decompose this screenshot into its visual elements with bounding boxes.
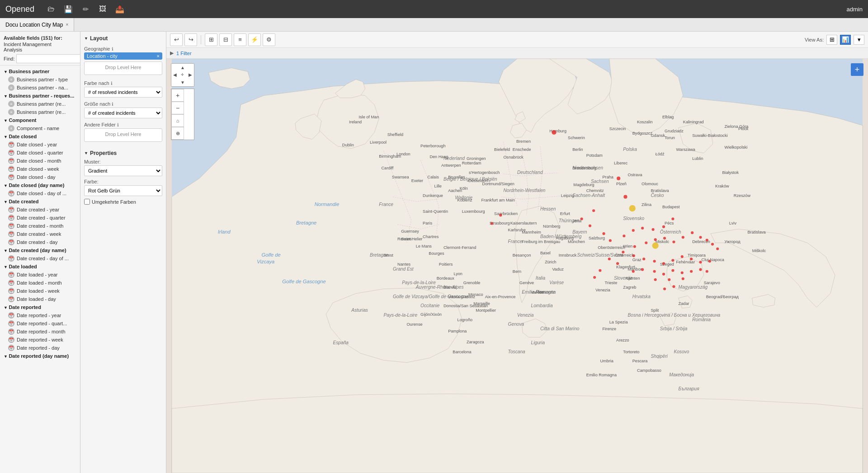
group-business-partner[interactable]: Business partner <box>0 67 80 75</box>
drop-level-zone[interactable]: Drop Level Here <box>84 61 162 75</box>
svg-point-209 <box>602 232 605 235</box>
nav-left[interactable]: ◀ <box>171 71 179 79</box>
group-dr-dayname[interactable]: Date reported (day name) <box>0 352 80 360</box>
grosse-info-icon[interactable]: ℹ <box>112 102 113 107</box>
zoom-home-button[interactable]: ⌂ <box>171 114 184 127</box>
geographie-info-icon[interactable]: ℹ <box>112 47 113 52</box>
field-dr-month[interactable]: 📅Date reported - month <box>0 328 80 336</box>
svg-text:Biarritz: Biarritz <box>443 285 457 290</box>
find-input[interactable] <box>16 54 80 63</box>
field-dcr-week[interactable]: 📅Date created - week <box>0 230 80 238</box>
field-dl-month[interactable]: 📅Date loaded - month <box>0 279 80 287</box>
group-bp-reques[interactable]: Business partner - reques... <box>0 92 80 100</box>
svg-text:Citta di San Marino: Citta di San Marino <box>540 326 580 331</box>
map-container[interactable]: France Deutschland Niedersachsen Nordrhe… <box>166 59 868 473</box>
field-dl-day[interactable]: 📅Date loaded - day <box>0 295 80 303</box>
field-dl-week[interactable]: 📅Date loaded - week <box>0 287 80 295</box>
svg-point-213 <box>641 227 644 229</box>
zoom-controls: + − ⌂ ⊕ <box>171 89 194 140</box>
nav-down[interactable]: ▼ <box>179 79 187 86</box>
svg-point-206 <box>589 225 591 227</box>
image-icon[interactable]: 🖼 <box>98 4 108 14</box>
svg-text:Klagenfurt: Klagenfurt <box>616 265 635 269</box>
folder-open-icon[interactable]: 🗁 <box>46 4 56 14</box>
field-dcr-quarter[interactable]: 📅Date created - quarter <box>0 214 80 222</box>
svg-text:Wielkopolski: Wielkopolski <box>725 145 748 150</box>
undo-button[interactable]: ↩ <box>170 33 183 46</box>
svg-text:Italia: Italia <box>536 276 546 281</box>
group-dc-dayname[interactable]: Date closed (day name) <box>0 181 80 189</box>
field-dr-week[interactable]: 📅Date reported - week <box>0 336 80 344</box>
field-bp-type[interactable]: ≡Business partner - type <box>0 75 80 84</box>
field-icon: 📅 <box>8 312 14 318</box>
field-dc-week[interactable]: 📅Date closed - week <box>0 165 80 173</box>
edit-icon[interactable]: ✏ <box>80 4 90 14</box>
chip-close[interactable]: × <box>157 53 160 59</box>
umgekehrte-checkbox[interactable] <box>84 199 90 205</box>
location-city-chip[interactable]: Location - city × <box>84 52 162 60</box>
svg-text:Genova: Genova <box>508 322 524 327</box>
grosse-nach-dropdown[interactable]: # of created incidents <box>84 108 162 118</box>
nav-right[interactable]: ▶ <box>186 71 194 79</box>
farbe-nach-dropdown[interactable]: # of resolved incidents <box>84 87 162 98</box>
group-date-created[interactable]: Date created <box>0 197 80 206</box>
field-bp-re1[interactable]: ≡Business partner (re... <box>0 100 80 108</box>
field-component-name[interactable]: ≡Component - name <box>0 124 80 132</box>
export-icon[interactable]: 📤 <box>115 4 125 14</box>
svg-text:Schwerin: Schwerin <box>568 136 585 140</box>
field-bp-name[interactable]: ≡Business partner - na... <box>0 84 80 92</box>
field-dc-quarter[interactable]: 📅Date closed - quarter <box>0 149 80 157</box>
settings-button[interactable]: ⚙ <box>263 33 275 46</box>
field-dr-quarter[interactable]: 📅Date reported - quart... <box>0 319 80 328</box>
andere-felder-label: Andere Felder ℹ <box>84 122 162 127</box>
group-date-loaded[interactable]: Date loaded <box>0 262 80 271</box>
group-dcr-dayname[interactable]: Date created (day name) <box>0 246 80 254</box>
zoom-zoom-button[interactable]: ⊕ <box>171 127 184 140</box>
pivot-button[interactable]: ⊟ <box>219 33 232 46</box>
field-dr-day[interactable]: 📅Date reported - day <box>0 344 80 352</box>
field-dc-month[interactable]: 📅Date closed - month <box>0 157 80 165</box>
group-date-reported[interactable]: Date reported <box>0 303 80 311</box>
field-bp-re2[interactable]: ≡Business partner (re... <box>0 108 80 116</box>
group-date-closed[interactable]: Date closed <box>0 132 80 140</box>
map-add-button[interactable]: + <box>851 63 863 76</box>
view-table-button[interactable]: ⊞ <box>826 35 837 45</box>
table-view-button[interactable]: ⊞ <box>205 33 217 46</box>
field-dc-year[interactable]: 📅Date closed - year <box>0 140 80 149</box>
svg-text:Bydgoszcz: Bydgoszcz <box>632 131 653 136</box>
filter-button[interactable]: ≡ <box>234 33 246 46</box>
lightning-button[interactable]: ⚡ <box>248 33 261 46</box>
svg-text:München: München <box>568 239 585 244</box>
nav-up[interactable]: ▲ <box>179 64 187 71</box>
tab-close-button[interactable]: × <box>66 22 68 27</box>
farbe-info-icon[interactable]: ℹ <box>111 81 113 86</box>
save-icon[interactable]: 💾 <box>63 4 73 14</box>
field-dcr-dayof[interactable]: 📅Date created - day of ... <box>0 254 80 262</box>
field-dc-dayof[interactable]: 📅Date closed - day of ... <box>0 189 80 197</box>
field-dr-year[interactable]: 📅Date reported - year <box>0 311 80 319</box>
farbe-label: Farbe: <box>84 179 162 184</box>
view-dropdown-button[interactable]: ▾ <box>854 35 864 45</box>
view-chart-button[interactable]: 📊 <box>840 35 851 45</box>
redo-button[interactable]: ↪ <box>184 33 197 46</box>
svg-text:Firenze: Firenze <box>602 327 616 331</box>
zoom-out-button[interactable]: − <box>171 102 184 114</box>
svg-text:România: România <box>692 317 711 322</box>
active-tab[interactable]: Docu Location City Map × <box>0 18 74 31</box>
field-dl-year[interactable]: 📅Date loaded - year <box>0 271 80 279</box>
filter-link[interactable]: 1 Filter <box>176 51 192 56</box>
group-component[interactable]: Component <box>0 116 80 124</box>
field-dc-day[interactable]: 📅Date closed - day <box>0 173 80 181</box>
field-icon: ≡ <box>8 76 14 83</box>
svg-text:Sachsen-Anhalt: Sachsen-Anhalt <box>572 193 605 198</box>
farbe-dropdown[interactable]: Rot Gelb Grün <box>84 185 162 196</box>
nav-center[interactable]: ✛ <box>179 71 187 79</box>
andere-drop-zone[interactable]: Drop Level Here <box>84 128 162 142</box>
svg-point-225 <box>699 236 702 239</box>
field-dcr-month[interactable]: 📅Date created - month <box>0 222 80 230</box>
andere-info-icon[interactable]: ℹ <box>117 122 119 127</box>
field-dcr-day[interactable]: 📅Date created - day <box>0 238 80 246</box>
zoom-in-button[interactable]: + <box>171 89 184 102</box>
field-dcr-year[interactable]: 📅Date created - year <box>0 206 80 214</box>
muster-dropdown[interactable]: Gradient <box>84 165 162 176</box>
